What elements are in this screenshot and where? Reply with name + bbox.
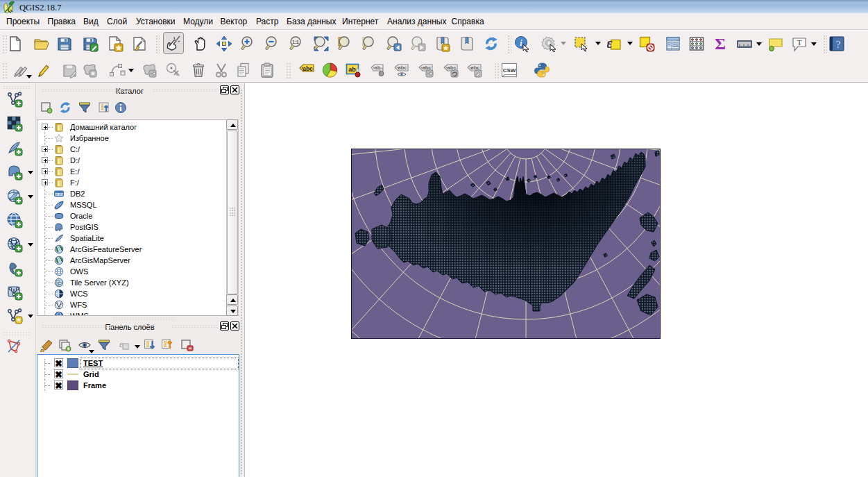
- svg-text:ε: ε: [119, 340, 123, 349]
- svg-text:CSW: CSW: [503, 67, 516, 74]
- svg-text:abc: abc: [398, 65, 407, 71]
- svg-text:abc: abc: [303, 65, 313, 72]
- svg-text:ab: ab: [374, 65, 380, 71]
- svg-text:ab: ab: [348, 66, 356, 73]
- svg-text:Σ: Σ: [715, 35, 726, 52]
- svg-text:1:1: 1:1: [292, 40, 299, 44]
- svg-text:ε: ε: [607, 35, 613, 51]
- svg-text:T: T: [797, 38, 802, 47]
- svg-text:DB2: DB2: [55, 192, 62, 196]
- svg-text:?: ?: [836, 39, 841, 50]
